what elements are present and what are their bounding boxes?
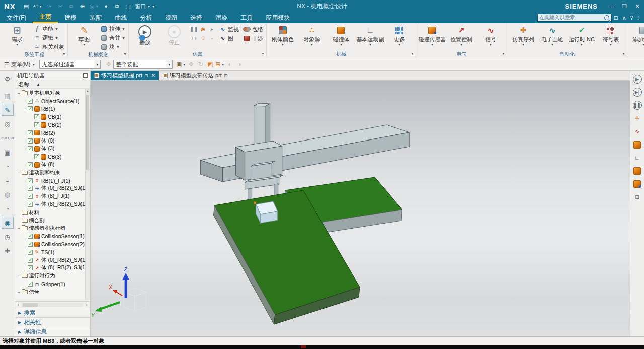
assembly-navigator-icon[interactable]: ▦ bbox=[2, 90, 14, 102]
undo-icon[interactable]: ↶▼ bbox=[33, 2, 42, 11]
tree-row[interactable]: ∴ObjectSource(1) bbox=[15, 97, 90, 105]
tree-row[interactable]: ↗体 (0)_RB(2)_SJ(1) bbox=[15, 256, 90, 264]
capture-icon[interactable]: ◒ bbox=[208, 34, 216, 42]
button-逻辑[interactable]: ≡逻辑▼ bbox=[32, 33, 66, 42]
tree-row[interactable]: −基本机电对象 bbox=[15, 89, 90, 97]
tree-row[interactable]: −运动副和约束 bbox=[15, 169, 90, 177]
rotate-icon[interactable]: ↻ bbox=[197, 60, 205, 69]
tree-column-header[interactable]: 名称▲ bbox=[15, 80, 90, 89]
snapshot-icon[interactable]: ▸ bbox=[208, 25, 216, 33]
checkbox-checked[interactable] bbox=[28, 162, 33, 167]
tree-row[interactable]: ⇢体 (0)_RB(2)_SJ(1) bbox=[15, 185, 90, 193]
wireframe-icon[interactable]: ◑ bbox=[235, 60, 244, 69]
tree-row[interactable]: ✎TS(1) bbox=[15, 248, 90, 256]
doc-tab-练习模型皮带传送.prt[interactable]: 练习模型皮带传送.prt⊡ bbox=[159, 71, 231, 80]
button-相关对象[interactable]: ≈相关对象 bbox=[32, 42, 66, 51]
move-icon[interactable]: ✥ bbox=[187, 60, 196, 69]
button-播放[interactable]: ▶播放 bbox=[130, 24, 159, 45]
ribbon-tab-主页[interactable]: 主页 bbox=[33, 12, 58, 23]
close-button[interactable]: ✕ bbox=[631, 0, 644, 12]
button-需求[interactable]: ⊞需求▼ bbox=[3, 24, 32, 46]
ribbon-tab-文件(F)[interactable]: 文件(F) bbox=[0, 12, 33, 23]
button-合并[interactable]: 合并▼ bbox=[99, 33, 127, 42]
vertical-scrollbar[interactable]: ▲ bbox=[85, 89, 90, 300]
tree-row[interactable]: −运行时行为 bbox=[15, 272, 90, 280]
highlight-icon[interactable]: ◩ bbox=[206, 60, 215, 69]
menu-button[interactable]: ☰ 菜单(M) ▼ bbox=[0, 61, 39, 68]
selection-scope-combo[interactable]: 整个装配▼ bbox=[113, 60, 173, 69]
expander-icon[interactable]: − bbox=[17, 273, 21, 278]
touch-mode-icon[interactable]: ⊕ bbox=[78, 2, 87, 11]
tree-row[interactable]: ↥RB(1)_FJ(1) bbox=[15, 177, 90, 185]
tree-row[interactable]: 耦合副 bbox=[15, 217, 90, 225]
tree-row[interactable]: ★CollisionSensor(1) bbox=[15, 232, 90, 240]
snap-point-icon[interactable]: ▣▼ bbox=[176, 60, 186, 69]
button-电子凸轮[interactable]: ∿电子凸轮▼ bbox=[538, 24, 567, 46]
expander-icon[interactable]: − bbox=[17, 170, 21, 175]
mechatronics-navigator-icon[interactable]: ✎ bbox=[2, 104, 14, 116]
expander-icon[interactable]: − bbox=[17, 91, 21, 96]
expander-icon[interactable]: − bbox=[17, 226, 21, 231]
button-停止[interactable]: ■停止 bbox=[159, 24, 189, 45]
checkbox-checked[interactable] bbox=[34, 154, 39, 159]
reuse-library-icon[interactable]: ◎ bbox=[2, 118, 14, 130]
checkbox-checked[interactable] bbox=[28, 242, 33, 247]
pause-icon[interactable]: ❚❚ bbox=[632, 100, 643, 111]
group-label-电气[interactable]: 电气▼ bbox=[418, 51, 505, 58]
shell-icon[interactable]: ◔ bbox=[2, 160, 14, 172]
checkbox-checked[interactable] bbox=[28, 99, 33, 104]
tree-row[interactable]: ↗体 (8)_RB(2)_SJ(1) bbox=[15, 264, 90, 272]
ribbon-tab-应用模块[interactable]: 应用模块 bbox=[259, 12, 296, 23]
ribbon-tab-工具[interactable]: 工具 bbox=[234, 12, 259, 23]
expander-icon[interactable]: − bbox=[17, 290, 21, 295]
speed-icon[interactable]: ◻ bbox=[190, 34, 198, 42]
group-label-系统工程[interactable]: 系统工程▼ bbox=[3, 51, 66, 58]
parts-icon[interactable]: ▣ bbox=[2, 146, 14, 158]
button-拉伸[interactable]: 拉伸▼ bbox=[99, 24, 127, 33]
button-信号[interactable]: ∿信号▼ bbox=[476, 24, 505, 46]
tools-icon[interactable]: ✚ bbox=[2, 245, 14, 257]
help-icon[interactable]: ? bbox=[630, 15, 633, 21]
tree-row[interactable]: −体 (3) bbox=[15, 145, 90, 153]
tree-row[interactable]: CB(1) bbox=[15, 113, 90, 121]
horizontal-scrollbar[interactable]: ‹› bbox=[15, 301, 90, 308]
mic-icon[interactable]: ♦ bbox=[102, 2, 110, 11]
checkbox-checked[interactable] bbox=[28, 194, 33, 199]
tree-row[interactable]: ⇢体 (8)_RB(2)_SJ(1) bbox=[15, 200, 90, 208]
ribbon-tab-渲染[interactable]: 渲染 bbox=[209, 12, 234, 23]
group-label-仿真[interactable]: 仿真▼ bbox=[130, 51, 265, 58]
group-label-机械[interactable]: 机械▼ bbox=[268, 51, 414, 58]
tree-row[interactable]: −信号 bbox=[15, 288, 90, 296]
close-tab-icon[interactable]: ✕ bbox=[151, 73, 155, 78]
copy-icon[interactable]: ⧉ bbox=[67, 2, 75, 11]
command-icon[interactable]: ◎▼ bbox=[90, 2, 99, 11]
tree-row[interactable]: −RB(1) bbox=[15, 105, 90, 113]
button-监视[interactable]: ∿监视 bbox=[217, 25, 240, 34]
checkbox-checked[interactable] bbox=[28, 130, 33, 135]
button-添加组件[interactable]: ⊕添加组件▼ bbox=[629, 24, 644, 46]
web-browser-icon[interactable]: ◉ bbox=[2, 217, 14, 229]
checkbox-checked[interactable] bbox=[28, 178, 33, 183]
checkbox-checked[interactable] bbox=[28, 234, 33, 239]
button-刚体颜色[interactable]: 刚体颜色▼ bbox=[268, 24, 297, 46]
step-icon[interactable]: ▶| bbox=[632, 87, 643, 98]
fit-view-icon[interactable]: ⊡ bbox=[632, 191, 643, 202]
graphics-window[interactable]: Z X Y bbox=[91, 81, 630, 336]
doc-tab-练习模型抓握.prt[interactable]: 练习模型抓握.prt⊡✕ bbox=[91, 71, 159, 80]
tree-row[interactable]: CB(2) bbox=[15, 121, 90, 129]
button-包络[interactable]: 包络 bbox=[242, 25, 265, 34]
expander-icon[interactable]: − bbox=[23, 146, 28, 151]
search-icon[interactable] bbox=[604, 15, 609, 20]
sim-sequence-icon[interactable]: ✛ bbox=[632, 113, 643, 124]
tree-row[interactable]: 体 (0) bbox=[15, 137, 90, 145]
tree-row[interactable]: RB(2) bbox=[15, 129, 90, 137]
ribbon-tab-建模[interactable]: 建模 bbox=[58, 12, 83, 23]
button-仿真序列[interactable]: ✚仿真序列▼ bbox=[509, 24, 538, 46]
fullscreen-icon[interactable]: ⊡ bbox=[614, 15, 618, 21]
tree-row[interactable]: ⊓Gripper(1) bbox=[15, 280, 90, 288]
signal-icon[interactable]: ∿ bbox=[632, 126, 643, 137]
section-搜索[interactable]: ▶搜索 bbox=[15, 308, 90, 317]
tree-row[interactable]: CB(3) bbox=[15, 153, 90, 161]
checkbox-checked[interactable] bbox=[28, 106, 33, 111]
pause-icon[interactable]: ❚❚ bbox=[190, 25, 198, 33]
